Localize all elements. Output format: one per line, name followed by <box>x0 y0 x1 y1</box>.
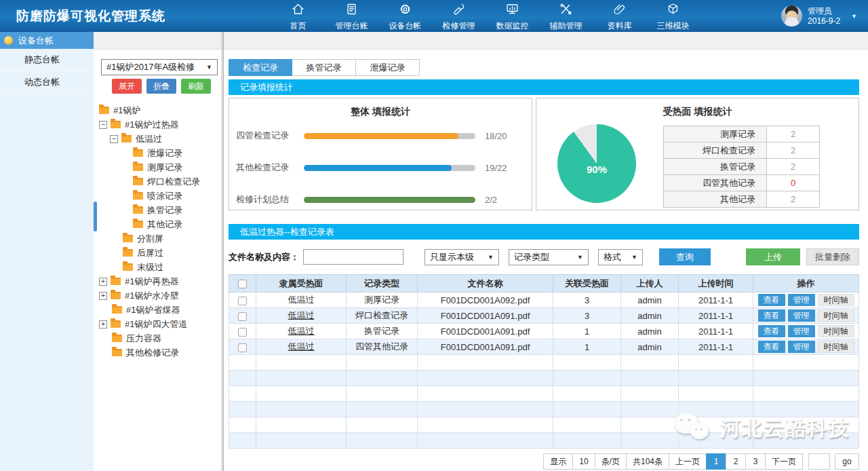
collapse-node-icon[interactable]: − <box>110 135 118 143</box>
manage-button[interactable]: 管理 <box>788 294 815 306</box>
page-button-2[interactable]: 2 <box>726 453 746 470</box>
tree-node[interactable]: −低温过 <box>94 132 222 146</box>
empty-cell <box>256 433 347 449</box>
file-search-input[interactable] <box>303 249 403 265</box>
timeline-button[interactable]: 时间轴 <box>818 309 854 322</box>
nav-item-ledger[interactable]: 管理台账 <box>325 1 378 32</box>
folder-icon <box>112 349 122 356</box>
nav-item-gear[interactable]: 设备台帐 <box>378 1 432 32</box>
tree-node[interactable]: 分割屏 <box>94 231 222 246</box>
scrollbar-thumb[interactable] <box>94 202 97 231</box>
sidebar-header-device-ledger[interactable]: 设备台帐 <box>0 32 94 49</box>
prev-page-button[interactable]: 上一页 <box>669 453 707 470</box>
overhaul-select[interactable]: #1锅炉2017年A级检修 ▼ <box>101 59 218 75</box>
query-button[interactable]: 查询 <box>659 248 711 265</box>
tab-1[interactable]: 换管记录 <box>292 59 356 76</box>
related-surface-cell: 1 <box>553 339 621 355</box>
tree-node[interactable]: 泄爆记录 <box>94 146 222 160</box>
tree-node[interactable]: #1锅炉 <box>94 103 222 117</box>
folder-icon <box>133 221 143 228</box>
upload-button[interactable]: 上传 <box>746 248 800 265</box>
tree-node[interactable]: −#1锅炉过热器 <box>94 117 222 132</box>
actions-cell: 查看管理时间轴 <box>753 308 859 324</box>
view-button[interactable]: 查看 <box>758 325 785 337</box>
next-page-button[interactable]: 下一页 <box>765 453 803 470</box>
avatar[interactable] <box>781 5 802 26</box>
empty-cell <box>553 402 621 417</box>
surface-stats-body: 90% 测厚记录2焊口检查记录2换管记录2四管其他记录0其他记录2 <box>536 124 859 208</box>
sidebar-item-1[interactable]: 动态台帐 <box>0 71 94 94</box>
expand-node-icon[interactable]: + <box>99 320 107 328</box>
tree-node[interactable]: 其他记录 <box>94 217 222 231</box>
tree-node-label: 压力容器 <box>126 333 161 345</box>
tree-node[interactable]: 其他检修记录 <box>94 345 222 360</box>
stat-bar-row: 检修计划总结2/2 <box>229 193 532 206</box>
row-checkbox[interactable] <box>238 312 247 321</box>
collapse-node-icon[interactable]: − <box>99 121 107 129</box>
tree-node[interactable]: #1锅炉省煤器 <box>94 303 222 317</box>
page-button-1[interactable]: 1 <box>706 453 726 470</box>
tab-2[interactable]: 泄爆记录 <box>356 59 420 76</box>
tree-node[interactable]: 末级过 <box>94 260 222 274</box>
expand-button[interactable]: 展开 <box>112 79 142 94</box>
chevron-down-icon[interactable]: ▼ <box>851 13 857 20</box>
page-jump-input[interactable] <box>808 453 830 470</box>
batch-delete-button[interactable]: 批量删除 <box>806 248 859 265</box>
timeline-button[interactable]: 时间轴 <box>818 325 854 337</box>
nav-item-paperclip[interactable]: 资料库 <box>593 1 646 32</box>
home-icon <box>291 2 305 20</box>
collapse-button[interactable]: 折叠 <box>146 79 176 94</box>
expand-node-icon[interactable]: + <box>99 292 107 300</box>
scope-select[interactable]: 只显示本级▼ <box>425 249 499 265</box>
select-all-checkbox[interactable] <box>238 280 247 288</box>
manage-button[interactable]: 管理 <box>788 325 815 337</box>
tree-node[interactable]: +#1锅炉四大管道 <box>94 317 222 331</box>
heat-surface-link[interactable]: 低温过 <box>288 326 315 336</box>
manage-button[interactable]: 管理 <box>788 341 815 353</box>
related-surface-cell: 1 <box>553 324 621 339</box>
view-button[interactable]: 查看 <box>758 294 785 306</box>
heat-surface-link[interactable]: 低温过 <box>288 310 315 320</box>
heat-surface-link[interactable]: 低温过 <box>288 341 315 352</box>
surface-stat-value: 2 <box>767 143 820 159</box>
tree-node[interactable]: 喷涂记录 <box>94 189 222 203</box>
tab-0[interactable]: 检查记录 <box>229 59 292 76</box>
folder-icon <box>111 320 121 328</box>
tree-node[interactable]: +#1锅炉水冷壁 <box>94 288 222 303</box>
empty-table-row <box>229 355 859 371</box>
nav-item-monitor[interactable]: 数据监控 <box>486 1 539 32</box>
nav-item-wrench[interactable]: 检修管理 <box>432 1 486 32</box>
empty-cell <box>418 402 553 417</box>
nav-item-label: 首页 <box>290 20 307 32</box>
page-button-3[interactable]: 3 <box>745 453 766 470</box>
tree-node[interactable]: 测厚记录 <box>94 160 222 174</box>
tree-node[interactable]: 换管记录 <box>94 203 222 217</box>
row-checkbox[interactable] <box>238 297 247 305</box>
expand-node-icon[interactable]: + <box>99 278 107 286</box>
tree-node[interactable]: 压力容器 <box>94 331 222 345</box>
timeline-button[interactable]: 时间轴 <box>818 341 854 353</box>
row-checkbox[interactable] <box>238 328 247 337</box>
chevron-down-icon: ▼ <box>577 254 583 261</box>
row-checkbox[interactable] <box>238 343 247 352</box>
empty-cell <box>229 386 256 402</box>
view-button[interactable]: 查看 <box>758 309 785 322</box>
view-button[interactable]: 查看 <box>758 341 785 353</box>
refresh-button[interactable]: 刷新 <box>181 79 211 94</box>
record-type-select[interactable]: 记录类型▼ <box>509 249 589 265</box>
format-select[interactable]: 格式▼ <box>598 249 643 265</box>
manage-button[interactable]: 管理 <box>788 309 815 322</box>
stat-bar-fill <box>304 197 475 203</box>
sidebar-item-0[interactable]: 静态台帐 <box>0 49 94 71</box>
timeline-button[interactable]: 时间轴 <box>818 294 854 306</box>
nav-item-cube[interactable]: 三维模块 <box>646 1 700 32</box>
tree-node[interactable]: 后屏过 <box>94 246 222 260</box>
nav-item-tools[interactable]: 辅助管理 <box>539 1 593 32</box>
go-button[interactable]: go <box>835 453 859 470</box>
user-menu[interactable]: 管理员 2016-9-2 ▼ <box>781 5 864 26</box>
nav-item-home[interactable]: 首页 <box>271 1 325 32</box>
sidebar: 设备台帐 静态台帐动态台帐 <box>0 32 94 471</box>
uploader-cell: admin <box>621 293 679 308</box>
tree-node[interactable]: +#1锅炉再热器 <box>94 274 222 288</box>
tree-node[interactable]: 焊口检查记录 <box>94 174 222 189</box>
